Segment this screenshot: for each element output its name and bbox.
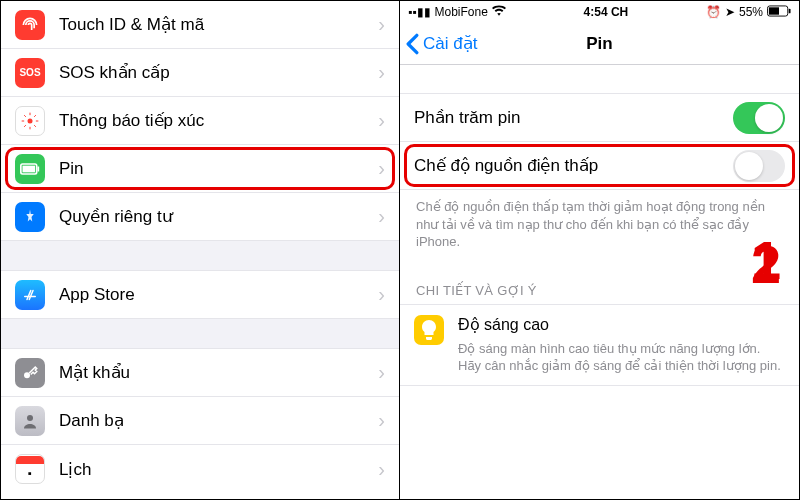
contacts-icon <box>15 406 45 436</box>
svg-rect-10 <box>38 166 40 171</box>
cell-label: Danh bạ <box>59 410 378 431</box>
calendar-icon: ▪ <box>15 454 45 484</box>
svg-rect-11 <box>23 165 36 172</box>
battery-icon <box>15 154 45 184</box>
row-label: Chế độ nguồn điện thấp <box>414 155 733 176</box>
back-button[interactable]: Cài đặt <box>400 33 477 55</box>
cell-label: Quyền riêng tư <box>59 206 378 227</box>
svg-rect-16 <box>769 7 779 14</box>
row-low-power-mode[interactable]: Chế độ nguồn điện thấp <box>400 142 799 190</box>
chevron-right-icon: › <box>378 157 385 180</box>
exposure-icon <box>15 106 45 136</box>
chevron-right-icon: › <box>378 205 385 228</box>
status-time: 4:54 CH <box>584 5 629 19</box>
cell-privacy[interactable]: Quyền riêng tư › <box>1 193 399 241</box>
cell-calendar[interactable]: ▪ Lịch › <box>1 445 399 493</box>
cell-passwords[interactable]: Mật khẩu › <box>1 349 399 397</box>
signal-icon: ▪▪▮▮ <box>408 5 431 19</box>
touchid-icon <box>15 10 45 40</box>
chevron-right-icon: › <box>378 283 385 306</box>
cell-exposure[interactable]: Thông báo tiếp xúc › <box>1 97 399 145</box>
row-label: Phần trăm pin <box>414 107 733 128</box>
svg-line-6 <box>34 125 36 127</box>
nav-bar: Cài đặt Pin <box>400 23 799 65</box>
battery-percent: 55% <box>739 5 763 19</box>
status-bar: ▪▪▮▮ MobiFone 4:54 CH ⏰ ➤ 55% <box>400 1 799 23</box>
appstore-icon <box>15 280 45 310</box>
battery-status-icon <box>767 5 791 20</box>
section-header-insights: CHI TIẾT VÀ GỢI Ý <box>400 267 799 304</box>
lightbulb-icon <box>414 315 444 345</box>
cell-label: Lịch <box>59 459 378 480</box>
cell-label: App Store <box>59 285 378 305</box>
cell-label: Mật khẩu <box>59 362 378 383</box>
svg-line-8 <box>34 115 36 117</box>
cell-battery[interactable]: Pin › <box>1 145 399 193</box>
cell-touchid[interactable]: Touch ID & Mật mã › <box>1 1 399 49</box>
insight-description: Độ sáng màn hình cao tiêu thụ mức năng l… <box>458 340 785 375</box>
section-spacer <box>1 319 399 349</box>
carrier-label: MobiFone <box>435 5 488 19</box>
svg-point-12 <box>24 372 30 378</box>
back-label: Cài đặt <box>423 33 477 54</box>
svg-point-0 <box>28 118 33 123</box>
privacy-hand-icon <box>15 202 45 232</box>
cell-appstore[interactable]: App Store › <box>1 271 399 319</box>
chevron-right-icon: › <box>378 109 385 132</box>
wifi-icon <box>492 5 506 19</box>
chevron-right-icon: › <box>378 361 385 384</box>
section-spacer <box>1 241 399 271</box>
battery-settings-panel: ▪▪▮▮ MobiFone 4:54 CH ⏰ ➤ 55% Cài đặt <box>400 1 799 499</box>
svg-point-13 <box>27 415 33 421</box>
insight-title: Độ sáng cao <box>458 315 785 334</box>
chevron-right-icon: › <box>378 458 385 481</box>
settings-list-panel: Touch ID & Mật mã › SOS SOS khẩn cấp › T… <box>1 1 400 499</box>
cell-sos[interactable]: SOS SOS khẩn cấp › <box>1 49 399 97</box>
low-power-footer: Chế độ nguồn điện thấp tạm thời giảm hoạ… <box>400 190 799 267</box>
cell-label: SOS khẩn cấp <box>59 62 378 83</box>
cell-label: Thông báo tiếp xúc <box>59 110 378 131</box>
cell-contacts[interactable]: Danh bạ › <box>1 397 399 445</box>
alarm-icon: ⏰ <box>706 5 721 19</box>
location-icon: ➤ <box>725 5 735 19</box>
cell-label: Touch ID & Mật mã <box>59 14 378 35</box>
svg-line-5 <box>24 115 26 117</box>
svg-line-7 <box>24 125 26 127</box>
insight-brightness[interactable]: Độ sáng cao Độ sáng màn hình cao tiêu th… <box>400 304 799 386</box>
chevron-right-icon: › <box>378 409 385 432</box>
toggle-battery-percentage[interactable] <box>733 102 785 134</box>
chevron-right-icon: › <box>378 61 385 84</box>
key-icon <box>15 358 45 388</box>
row-battery-percentage[interactable]: Phần trăm pin <box>400 94 799 142</box>
sos-icon: SOS <box>15 58 45 88</box>
chevron-right-icon: › <box>378 13 385 36</box>
svg-rect-15 <box>789 8 791 13</box>
cell-label: Pin <box>59 159 378 179</box>
page-title: Pin <box>586 34 612 54</box>
toggle-low-power-mode[interactable] <box>733 150 785 182</box>
